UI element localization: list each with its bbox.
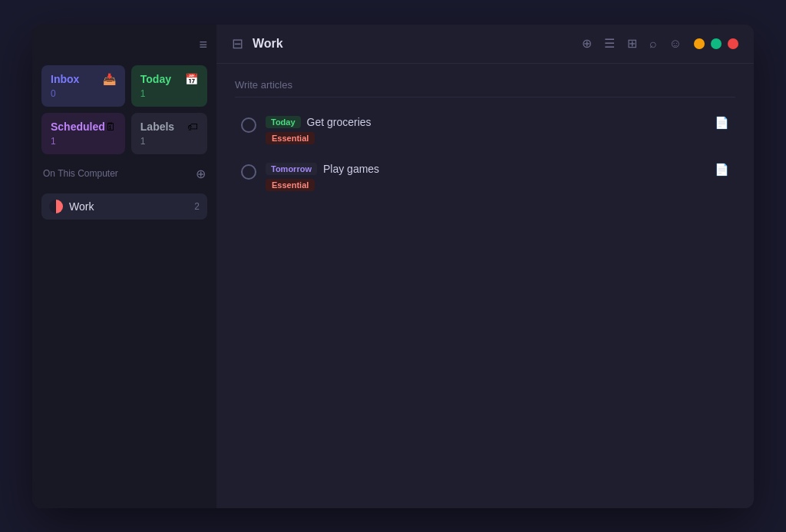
add-task-icon[interactable]: ⊕ xyxy=(582,36,592,51)
section-title: On This Computer xyxy=(43,168,118,179)
task-item: Today Get groceries Essential 📄 xyxy=(235,108,735,152)
nav-card-inbox[interactable]: Inbox 📥 0 xyxy=(41,65,125,107)
nav-card-labels[interactable]: Labels 🏷 1 xyxy=(131,113,207,154)
task-checkbox-2[interactable] xyxy=(241,164,256,180)
inbox-label: Inbox xyxy=(51,73,79,85)
task-note-icon-1[interactable]: 📄 xyxy=(715,116,729,130)
inbox-icon: 📥 xyxy=(103,73,116,85)
scheduled-label: Scheduled xyxy=(51,121,105,133)
main-content: ⊟ Work ⊕ ☰ ⊞ ⌕ ☺ Write articles xyxy=(216,25,754,508)
task-label-2: Essential xyxy=(266,179,315,191)
sidebar-item-work[interactable]: Work 2 xyxy=(41,193,207,220)
task-label-1: Essential xyxy=(266,132,315,144)
task-title-2: Play games xyxy=(323,163,379,175)
nav-grid: Inbox 📥 0 Today 📅 1 Scheduled 🗓 1 xyxy=(41,65,207,154)
nav-card-scheduled[interactable]: Scheduled 🗓 1 xyxy=(41,113,125,154)
hamburger-icon[interactable]: ≡ xyxy=(199,37,207,53)
scheduled-icon: 🗓 xyxy=(105,121,116,133)
window-controls xyxy=(694,38,738,49)
today-icon: 📅 xyxy=(185,73,198,85)
task-title-1: Get groceries xyxy=(307,116,372,128)
labels-label: Labels xyxy=(140,121,174,133)
close-button[interactable] xyxy=(728,38,738,49)
sidebar-header: ≡ xyxy=(41,37,207,56)
task-date-badge-tomorrow: Tomorrow xyxy=(266,163,317,175)
labels-count: 1 xyxy=(140,136,198,147)
on-this-computer-section: On This Computer ⊕ xyxy=(41,164,207,184)
work-list-name: Work xyxy=(69,200,94,213)
page-title: Work xyxy=(253,37,283,51)
work-list-icon xyxy=(49,200,63,213)
group-header: Write articles xyxy=(235,79,735,97)
search-icon[interactable]: ⌕ xyxy=(649,37,657,51)
toolbar: ⊟ Work ⊕ ☰ ⊞ ⌕ ☺ xyxy=(216,25,754,64)
today-count: 1 xyxy=(140,88,198,99)
scheduled-count: 1 xyxy=(51,136,116,147)
minimize-button[interactable] xyxy=(694,38,705,49)
task-date-badge-today: Today xyxy=(266,116,301,128)
add-list-icon[interactable]: ⊕ xyxy=(196,167,206,181)
columns-view-icon[interactable]: ⊞ xyxy=(627,36,637,51)
today-label: Today xyxy=(140,73,171,85)
panel-toggle-icon[interactable]: ⊟ xyxy=(232,35,243,52)
inbox-count: 0 xyxy=(51,88,116,99)
nav-card-today[interactable]: Today 📅 1 xyxy=(131,65,207,107)
list-view-icon[interactable]: ☰ xyxy=(604,36,615,51)
app-window: ≡ Inbox 📥 0 Today 📅 1 xyxy=(32,25,754,508)
task-note-icon-2[interactable]: 📄 xyxy=(715,163,729,177)
labels-icon: 🏷 xyxy=(187,121,198,133)
task-checkbox-1[interactable] xyxy=(241,117,256,133)
maximize-button[interactable] xyxy=(711,38,722,49)
work-list-count: 2 xyxy=(194,201,200,212)
sidebar: ≡ Inbox 📥 0 Today 📅 1 xyxy=(32,25,216,508)
task-item: Tomorrow Play games Essential 📄 xyxy=(235,155,735,199)
task-area: Write articles Today Get groceries Essen… xyxy=(216,64,754,508)
emoji-icon[interactable]: ☺ xyxy=(669,37,682,51)
